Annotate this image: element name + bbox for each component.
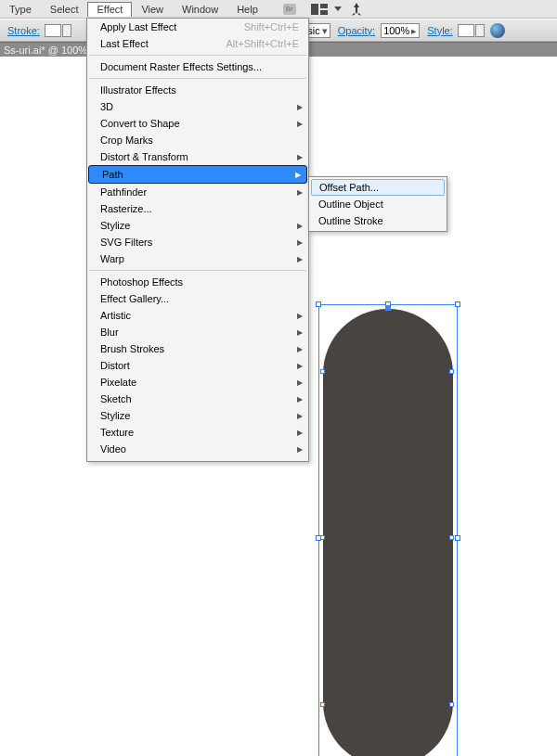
dropdown-arrow-icon[interactable] bbox=[333, 2, 343, 17]
stroke-swatch[interactable] bbox=[45, 24, 61, 37]
menu-svg-filters[interactable]: SVG Filters bbox=[87, 234, 308, 250]
menu-warp[interactable]: Warp bbox=[87, 250, 308, 267]
menu-apply-last-effect: Apply Last Effect Shift+Ctrl+E bbox=[87, 19, 308, 35]
menu-raster-settings[interactable]: Document Raster Effects Settings... bbox=[87, 58, 308, 75]
menu-offset-path[interactable]: Offset Path... bbox=[311, 179, 445, 196]
menu-type[interactable]: Type bbox=[0, 2, 41, 17]
opacity-label[interactable]: Opacity: bbox=[338, 25, 375, 36]
menu-path[interactable]: Path bbox=[88, 165, 307, 184]
menu-crop-marks[interactable]: Crop Marks bbox=[87, 132, 308, 148]
resize-handle-mr[interactable] bbox=[455, 535, 460, 541]
svg-marker-3 bbox=[334, 6, 342, 11]
menu-artistic[interactable]: Artistic bbox=[87, 307, 308, 324]
menu-select[interactable]: Select bbox=[41, 2, 88, 17]
path-anchor[interactable] bbox=[449, 702, 454, 707]
menu-distort-ps[interactable]: Distort bbox=[87, 357, 308, 374]
menu-stylize-ps[interactable]: Stylize bbox=[87, 407, 308, 424]
menu-rasterize[interactable]: Rasterize... bbox=[87, 200, 308, 217]
menu-stylize-ai[interactable]: Stylize bbox=[87, 217, 308, 234]
menu-help[interactable]: Help bbox=[227, 2, 267, 17]
menu-window[interactable]: Window bbox=[173, 2, 227, 17]
menu-brush-strokes[interactable]: Brush Strokes bbox=[87, 340, 308, 357]
svg-rect-2 bbox=[320, 10, 328, 15]
heading-illustrator-effects: Illustrator Effects bbox=[87, 82, 308, 98]
path-anchor[interactable] bbox=[449, 369, 454, 374]
arrange-documents-icon[interactable] bbox=[311, 2, 328, 17]
path-anchor[interactable] bbox=[320, 702, 325, 707]
bridge-icon[interactable]: Br bbox=[281, 2, 298, 17]
resize-handle-tr[interactable] bbox=[455, 301, 460, 307]
svg-rect-1 bbox=[320, 4, 328, 8]
path-anchor[interactable] bbox=[320, 369, 325, 374]
menu-blur[interactable]: Blur bbox=[87, 324, 308, 340]
menu-effect[interactable]: Effect bbox=[87, 2, 132, 17]
menu-sketch[interactable]: Sketch bbox=[87, 391, 308, 407]
menu-view[interactable]: View bbox=[132, 2, 173, 17]
resize-handle-tl[interactable] bbox=[316, 301, 321, 307]
style-dropdown[interactable] bbox=[475, 24, 485, 37]
menu-effect-gallery[interactable]: Effect Gallery... bbox=[87, 290, 308, 307]
heading-photoshop-effects: Photoshop Effects bbox=[87, 274, 308, 290]
svg-rect-0 bbox=[311, 4, 318, 15]
menu-video[interactable]: Video bbox=[87, 441, 308, 457]
style-swatch[interactable] bbox=[458, 24, 474, 37]
opacity-select[interactable]: 100%▸ bbox=[381, 23, 420, 38]
effect-menu-dropdown: Apply Last Effect Shift+Ctrl+E Last Effe… bbox=[86, 18, 309, 462]
path-submenu: Offset Path... Outline Object Outline St… bbox=[308, 176, 447, 232]
document-title: Ss-uri.ai* @ 100% bbox=[4, 45, 87, 56]
menu-outline-stroke[interactable]: Outline Stroke bbox=[309, 212, 447, 229]
menu-3d[interactable]: 3D bbox=[87, 98, 308, 115]
menu-convert-to-shape[interactable]: Convert to Shape bbox=[87, 115, 308, 132]
selection-bounding-box bbox=[318, 304, 458, 756]
stroke-dropdown[interactable] bbox=[62, 24, 71, 37]
recolor-artwork-icon[interactable] bbox=[490, 23, 505, 38]
launch-icon[interactable] bbox=[348, 2, 365, 17]
menu-last-effect: Last Effect Alt+Shift+Ctrl+E bbox=[87, 35, 308, 52]
menu-pixelate[interactable]: Pixelate bbox=[87, 374, 308, 391]
menu-texture[interactable]: Texture bbox=[87, 424, 308, 441]
path-anchor[interactable] bbox=[385, 305, 391, 311]
menu-bar: Type Select Effect View Window Help Br bbox=[0, 0, 557, 19]
path-anchor[interactable] bbox=[449, 535, 454, 540]
menu-pathfinder[interactable]: Pathfinder bbox=[87, 184, 308, 200]
menu-distort-transform[interactable]: Distort & Transform bbox=[87, 148, 308, 165]
stroke-label[interactable]: Stroke: bbox=[7, 25, 40, 36]
path-anchor[interactable] bbox=[320, 535, 325, 540]
menu-outline-object[interactable]: Outline Object bbox=[309, 196, 447, 212]
style-label[interactable]: Style: bbox=[427, 25, 453, 36]
